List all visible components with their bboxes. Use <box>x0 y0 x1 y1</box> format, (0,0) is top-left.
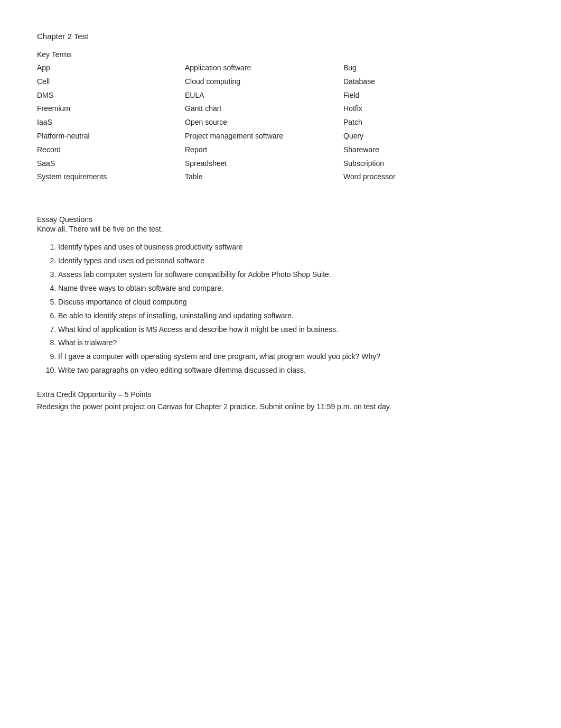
term-application-software: Application software <box>185 62 343 75</box>
essay-question-7: What kind of application is MS Access an… <box>58 323 524 337</box>
essay-question-8: What is trialware? <box>58 336 524 350</box>
term-cell: Cell <box>37 76 185 88</box>
extra-credit-body: Redesign the power point project on Canv… <box>37 401 524 412</box>
essay-question-6: Be able to identify steps of installing,… <box>58 309 524 323</box>
term-freemium: Freemium <box>37 103 185 115</box>
term-platform-neutral: Platform-neutral <box>37 130 185 143</box>
essay-questions-list: Identify types and uses of business prod… <box>58 241 524 377</box>
essay-question-2: Identify types and uses od personal soft… <box>58 254 524 268</box>
essay-question-1: Identify types and uses of business prod… <box>58 241 524 254</box>
term-saas: SaaS <box>37 158 185 170</box>
essay-question-9: If I gave a computer with operating syst… <box>58 350 524 364</box>
term-shareware: Shareware <box>343 144 449 156</box>
term-record: Record <box>37 144 185 156</box>
term-word-processor: Word processor <box>343 171 449 183</box>
essay-question-5: Discuss importance of cloud computing <box>58 296 524 309</box>
essay-question-4: Name three ways to obtain software and c… <box>58 282 524 296</box>
term-database: Database <box>343 76 449 88</box>
term-query: Query <box>343 130 449 143</box>
essay-title: Essay Questions <box>37 215 524 224</box>
term-app: App <box>37 62 185 75</box>
essay-section: Essay Questions Know all. There will be … <box>37 215 524 377</box>
term-field: Field <box>343 89 449 102</box>
essay-question-10: Write two paragraphs on video editing so… <box>58 364 524 377</box>
term-iaas: IaaS <box>37 116 185 129</box>
term-bug: Bug <box>343 62 449 75</box>
term-table: Table <box>185 171 343 183</box>
key-terms-grid: App Application software Bug Cell Cloud … <box>37 62 524 183</box>
term-project-management: Project management software <box>185 130 343 143</box>
term-report: Report <box>185 144 343 156</box>
term-hotfix: Hotfix <box>343 103 449 115</box>
term-system-requirements: System requirements <box>37 171 185 183</box>
essay-question-3: Assess lab computer system for software … <box>58 268 524 282</box>
term-patch: Patch <box>343 116 449 129</box>
term-cloud-computing: Cloud computing <box>185 76 343 88</box>
term-subscription: Subscription <box>343 158 449 170</box>
term-dms: DMS <box>37 89 185 102</box>
extra-credit-section: Extra Credit Opportunity – 5 Points Rede… <box>37 390 524 412</box>
term-eula: EULA <box>185 89 343 102</box>
key-terms-label: Key Terms <box>37 50 524 59</box>
term-spreadsheet: Spreadsheet <box>185 158 343 170</box>
term-open-source: Open source <box>185 116 343 129</box>
page-title: Chapter 2 Test <box>37 32 524 41</box>
extra-credit-title: Extra Credit Opportunity – 5 Points <box>37 390 524 399</box>
term-gantt-chart: Gantt chart <box>185 103 343 115</box>
essay-subtitle: Know all. There will be five on the test… <box>37 225 524 233</box>
